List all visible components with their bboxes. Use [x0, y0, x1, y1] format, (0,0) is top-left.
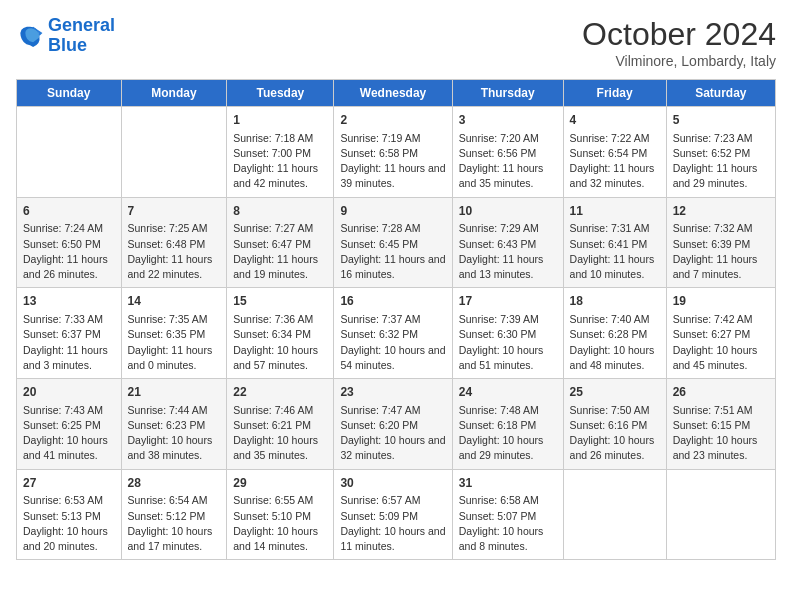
day-content: Sunrise: 6:55 AMSunset: 5:10 PMDaylight:…: [233, 493, 327, 554]
day-content: Sunrise: 7:44 AMSunset: 6:23 PMDaylight:…: [128, 403, 221, 464]
calendar-week-3: 13Sunrise: 7:33 AMSunset: 6:37 PMDayligh…: [17, 288, 776, 379]
day-number: 19: [673, 293, 769, 310]
day-number: 22: [233, 384, 327, 401]
logo: General Blue: [16, 16, 115, 56]
day-content: Sunrise: 7:32 AMSunset: 6:39 PMDaylight:…: [673, 221, 769, 282]
calendar-cell: 26Sunrise: 7:51 AMSunset: 6:15 PMDayligh…: [666, 379, 775, 470]
day-number: 20: [23, 384, 115, 401]
day-number: 27: [23, 475, 115, 492]
column-header-tuesday: Tuesday: [227, 80, 334, 107]
day-number: 24: [459, 384, 557, 401]
page-header: General Blue October 2024 Vilminore, Lom…: [16, 16, 776, 69]
day-content: Sunrise: 7:37 AMSunset: 6:32 PMDaylight:…: [340, 312, 445, 373]
calendar-cell: 3Sunrise: 7:20 AMSunset: 6:56 PMDaylight…: [452, 107, 563, 198]
day-number: 25: [570, 384, 660, 401]
day-number: 28: [128, 475, 221, 492]
day-number: 10: [459, 203, 557, 220]
calendar-cell: 15Sunrise: 7:36 AMSunset: 6:34 PMDayligh…: [227, 288, 334, 379]
calendar-cell: 10Sunrise: 7:29 AMSunset: 6:43 PMDayligh…: [452, 197, 563, 288]
calendar-cell: 1Sunrise: 7:18 AMSunset: 7:00 PMDaylight…: [227, 107, 334, 198]
day-content: Sunrise: 7:29 AMSunset: 6:43 PMDaylight:…: [459, 221, 557, 282]
calendar-cell: [17, 107, 122, 198]
day-number: 18: [570, 293, 660, 310]
column-header-saturday: Saturday: [666, 80, 775, 107]
calendar-cell: 9Sunrise: 7:28 AMSunset: 6:45 PMDaylight…: [334, 197, 452, 288]
day-number: 31: [459, 475, 557, 492]
calendar-cell: [121, 107, 227, 198]
day-number: 1: [233, 112, 327, 129]
day-number: 15: [233, 293, 327, 310]
calendar-cell: 22Sunrise: 7:46 AMSunset: 6:21 PMDayligh…: [227, 379, 334, 470]
calendar-cell: 19Sunrise: 7:42 AMSunset: 6:27 PMDayligh…: [666, 288, 775, 379]
day-content: Sunrise: 6:58 AMSunset: 5:07 PMDaylight:…: [459, 493, 557, 554]
calendar-table: SundayMondayTuesdayWednesdayThursdayFrid…: [16, 79, 776, 560]
logo-icon: [16, 22, 44, 50]
day-content: Sunrise: 7:36 AMSunset: 6:34 PMDaylight:…: [233, 312, 327, 373]
day-number: 30: [340, 475, 445, 492]
calendar-cell: 12Sunrise: 7:32 AMSunset: 6:39 PMDayligh…: [666, 197, 775, 288]
day-content: Sunrise: 7:18 AMSunset: 7:00 PMDaylight:…: [233, 131, 327, 192]
day-content: Sunrise: 7:23 AMSunset: 6:52 PMDaylight:…: [673, 131, 769, 192]
calendar-cell: 21Sunrise: 7:44 AMSunset: 6:23 PMDayligh…: [121, 379, 227, 470]
day-content: Sunrise: 7:25 AMSunset: 6:48 PMDaylight:…: [128, 221, 221, 282]
day-content: Sunrise: 6:54 AMSunset: 5:12 PMDaylight:…: [128, 493, 221, 554]
calendar-cell: 16Sunrise: 7:37 AMSunset: 6:32 PMDayligh…: [334, 288, 452, 379]
calendar-cell: 11Sunrise: 7:31 AMSunset: 6:41 PMDayligh…: [563, 197, 666, 288]
calendar-cell: 2Sunrise: 7:19 AMSunset: 6:58 PMDaylight…: [334, 107, 452, 198]
day-number: 13: [23, 293, 115, 310]
day-content: Sunrise: 7:24 AMSunset: 6:50 PMDaylight:…: [23, 221, 115, 282]
calendar-week-1: 1Sunrise: 7:18 AMSunset: 7:00 PMDaylight…: [17, 107, 776, 198]
calendar-cell: 23Sunrise: 7:47 AMSunset: 6:20 PMDayligh…: [334, 379, 452, 470]
day-content: Sunrise: 7:50 AMSunset: 6:16 PMDaylight:…: [570, 403, 660, 464]
day-number: 23: [340, 384, 445, 401]
day-number: 8: [233, 203, 327, 220]
column-header-thursday: Thursday: [452, 80, 563, 107]
day-number: 7: [128, 203, 221, 220]
calendar-cell: 17Sunrise: 7:39 AMSunset: 6:30 PMDayligh…: [452, 288, 563, 379]
day-content: Sunrise: 6:53 AMSunset: 5:13 PMDaylight:…: [23, 493, 115, 554]
day-number: 3: [459, 112, 557, 129]
calendar-cell: 13Sunrise: 7:33 AMSunset: 6:37 PMDayligh…: [17, 288, 122, 379]
column-header-monday: Monday: [121, 80, 227, 107]
calendar-cell: 24Sunrise: 7:48 AMSunset: 6:18 PMDayligh…: [452, 379, 563, 470]
calendar-cell: 4Sunrise: 7:22 AMSunset: 6:54 PMDaylight…: [563, 107, 666, 198]
month-title: October 2024: [582, 16, 776, 53]
day-number: 26: [673, 384, 769, 401]
calendar-cell: 5Sunrise: 7:23 AMSunset: 6:52 PMDaylight…: [666, 107, 775, 198]
day-number: 5: [673, 112, 769, 129]
day-content: Sunrise: 7:33 AMSunset: 6:37 PMDaylight:…: [23, 312, 115, 373]
day-number: 6: [23, 203, 115, 220]
calendar-cell: 25Sunrise: 7:50 AMSunset: 6:16 PMDayligh…: [563, 379, 666, 470]
day-number: 21: [128, 384, 221, 401]
column-header-friday: Friday: [563, 80, 666, 107]
title-block: October 2024 Vilminore, Lombardy, Italy: [582, 16, 776, 69]
calendar-cell: 28Sunrise: 6:54 AMSunset: 5:12 PMDayligh…: [121, 469, 227, 560]
day-number: 9: [340, 203, 445, 220]
day-number: 16: [340, 293, 445, 310]
day-content: Sunrise: 7:40 AMSunset: 6:28 PMDaylight:…: [570, 312, 660, 373]
calendar-week-2: 6Sunrise: 7:24 AMSunset: 6:50 PMDaylight…: [17, 197, 776, 288]
day-content: Sunrise: 7:22 AMSunset: 6:54 PMDaylight:…: [570, 131, 660, 192]
day-content: Sunrise: 7:35 AMSunset: 6:35 PMDaylight:…: [128, 312, 221, 373]
day-number: 17: [459, 293, 557, 310]
calendar-cell: 18Sunrise: 7:40 AMSunset: 6:28 PMDayligh…: [563, 288, 666, 379]
logo-text: General Blue: [48, 16, 115, 56]
day-content: Sunrise: 6:57 AMSunset: 5:09 PMDaylight:…: [340, 493, 445, 554]
calendar-cell: 14Sunrise: 7:35 AMSunset: 6:35 PMDayligh…: [121, 288, 227, 379]
calendar-week-5: 27Sunrise: 6:53 AMSunset: 5:13 PMDayligh…: [17, 469, 776, 560]
column-header-sunday: Sunday: [17, 80, 122, 107]
column-header-wednesday: Wednesday: [334, 80, 452, 107]
calendar-cell: 29Sunrise: 6:55 AMSunset: 5:10 PMDayligh…: [227, 469, 334, 560]
day-number: 4: [570, 112, 660, 129]
day-content: Sunrise: 7:39 AMSunset: 6:30 PMDaylight:…: [459, 312, 557, 373]
day-number: 11: [570, 203, 660, 220]
day-content: Sunrise: 7:47 AMSunset: 6:20 PMDaylight:…: [340, 403, 445, 464]
calendar-week-4: 20Sunrise: 7:43 AMSunset: 6:25 PMDayligh…: [17, 379, 776, 470]
calendar-cell: [666, 469, 775, 560]
day-number: 2: [340, 112, 445, 129]
day-content: Sunrise: 7:43 AMSunset: 6:25 PMDaylight:…: [23, 403, 115, 464]
day-number: 29: [233, 475, 327, 492]
calendar-cell: 7Sunrise: 7:25 AMSunset: 6:48 PMDaylight…: [121, 197, 227, 288]
day-number: 14: [128, 293, 221, 310]
day-content: Sunrise: 7:28 AMSunset: 6:45 PMDaylight:…: [340, 221, 445, 282]
